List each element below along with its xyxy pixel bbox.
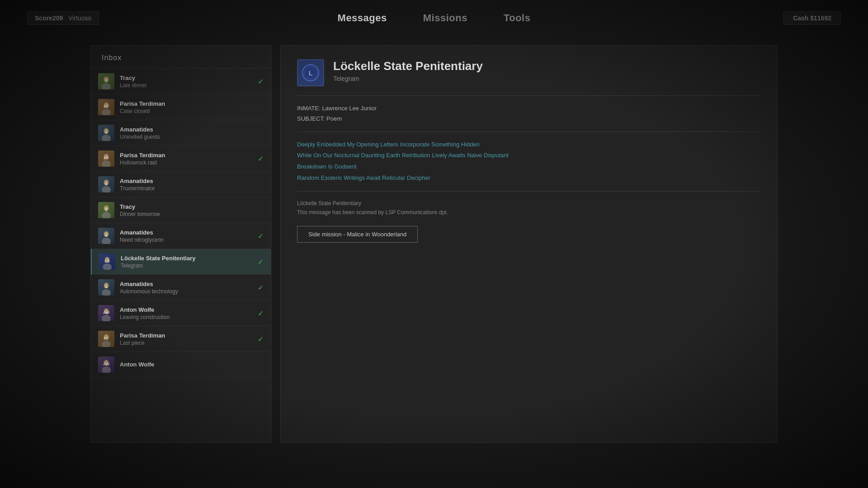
inbox-item-name-5: Tracy <box>120 203 264 210</box>
detail-divider-1 <box>297 95 761 96</box>
detail-meta: INMATE: Lawrence Lee Junior SUBJECT: Poe… <box>297 103 761 124</box>
inbox-item-info-2: Amanatides Uninvited guests <box>120 126 264 140</box>
inbox-item-name-9: Anton Wolfe <box>120 306 252 313</box>
inbox-item-subject-10: Last piece <box>120 340 252 346</box>
inbox-item-6[interactable]: A Amanatides Need nitroglycerin ✓ <box>91 223 271 249</box>
cash-display: Cash $11692 <box>783 11 841 25</box>
inbox-item-subject-5: Dinner tomorrow <box>120 211 264 217</box>
svg-text:LS: LS <box>104 259 110 263</box>
detail-footer: Löckelle State Penitentiary This message… <box>297 199 761 217</box>
read-check-10: ✓ <box>258 335 264 343</box>
inbox-item-name-6: Amanatides <box>120 229 252 236</box>
inbox-item-name-11: Anton Wolfe <box>120 361 264 368</box>
avatar-6: A <box>98 228 114 244</box>
detail-type: Telegram <box>333 75 761 82</box>
body-line-2: Breakdown Is Godsent <box>297 161 761 173</box>
inbox-panel: Inbox T Tracy Late dinner ✓ <box>90 45 271 443</box>
inbox-item-info-8: Amanatides Autonomous technology <box>120 281 252 295</box>
inbox-item-subject-1: Case closed <box>120 108 264 114</box>
tab-missions[interactable]: Missions <box>423 12 467 24</box>
body-line-0: Deeply Embedded My Opening Letters Incor… <box>297 139 761 150</box>
avatar-7: LS <box>99 253 115 270</box>
main-content: Inbox T Tracy Late dinner ✓ <box>90 45 778 443</box>
footer-org: Löckelle State Penitentiary <box>297 199 761 208</box>
read-check-3: ✓ <box>258 155 264 163</box>
svg-text:A: A <box>105 182 108 186</box>
inbox-item-info-6: Amanatides Need nitroglycerin <box>120 229 252 243</box>
svg-text:AW: AW <box>103 362 110 366</box>
inbox-item-subject-6: Need nitroglycerin <box>120 237 252 243</box>
inbox-item-subject-9: Leaving construction <box>120 314 252 320</box>
rank-label: Virtuoso <box>68 14 91 22</box>
inmate-value: Lawrence Lee Junior <box>322 105 377 112</box>
avatar-9: AW <box>98 305 114 321</box>
detail-sender-title: Löckelle State Penitentiary <box>333 59 761 73</box>
inbox-item-name-8: Amanatides <box>120 281 252 287</box>
inbox-item-3[interactable]: PT Parisa Terdiman Hollowrock raid ✓ <box>91 146 271 172</box>
inbox-item-info-5: Tracy Dinner tomorrow <box>120 203 264 217</box>
avatar-2: A <box>98 125 114 141</box>
read-check-9: ✓ <box>258 309 264 318</box>
inbox-item-info-3: Parisa Terdiman Hollowrock raid <box>120 152 252 166</box>
avatar-1: PT <box>98 99 114 115</box>
inbox-item-name-4: Amanatides <box>120 178 264 184</box>
inbox-item-10[interactable]: PT Parisa Terdiman Last piece ✓ <box>91 326 271 352</box>
inbox-item-8[interactable]: A Amanatides Autonomous technology ✓ <box>91 275 271 300</box>
inbox-item-2[interactable]: A Amanatides Uninvited guests <box>91 120 271 146</box>
inbox-item-info-1: Parisa Terdiman Case closed <box>120 100 264 114</box>
tab-messages[interactable]: Messages <box>338 12 387 24</box>
avatar-0: T <box>98 73 114 89</box>
svg-text:A: A <box>105 285 108 289</box>
inbox-item-1[interactable]: PT Parisa Terdiman Case closed <box>91 94 271 120</box>
svg-text:T: T <box>105 207 108 212</box>
inbox-item-info-4: Amanatides Truxterminator <box>120 178 264 192</box>
detail-panel: L Löckelle State Penitentiary Telegram I… <box>280 45 778 443</box>
svg-text:L: L <box>309 70 313 77</box>
inbox-item-name-10: Parisa Terdiman <box>120 332 252 339</box>
detail-title-area: Löckelle State Penitentiary Telegram <box>333 59 761 82</box>
subject-value: Poem <box>326 115 342 122</box>
inbox-item-subject-0: Late dinner <box>120 82 252 89</box>
inbox-item-subject-2: Uninvited guests <box>120 134 264 140</box>
read-check-6: ✓ <box>258 232 264 240</box>
top-bar: Score209 Virtuoso Messages Missions Tool… <box>0 0 868 36</box>
inbox-header: Inbox <box>91 46 271 69</box>
inbox-item-subject-8: Autonomous technology <box>120 288 252 295</box>
lockelle-logo-icon: L <box>302 64 320 82</box>
svg-text:A: A <box>105 130 108 135</box>
svg-text:PT: PT <box>104 104 109 109</box>
inbox-item-4[interactable]: A Amanatides Truxterminator <box>91 172 271 197</box>
detail-divider-3 <box>297 191 761 192</box>
avatar-5: T <box>98 202 114 218</box>
body-line-3: Random Esoteric Writings Await Reticular… <box>297 173 761 184</box>
svg-text:PT: PT <box>104 336 109 341</box>
inbox-item-name-7: Löckelle State Penitentiary <box>121 255 252 262</box>
nav-tabs: Messages Missions Tools <box>338 12 531 24</box>
sender-logo: L <box>297 59 324 86</box>
inbox-item-name-3: Parisa Terdiman <box>120 152 252 159</box>
mission-button[interactable]: Side mission - Malice in Woonderland <box>297 226 418 243</box>
inbox-item-11[interactable]: AW Anton Wolfe <box>91 352 271 378</box>
inbox-item-info-7: Löckelle State Penitentiary Telegram <box>121 255 252 269</box>
inbox-item-9[interactable]: AW Anton Wolfe Leaving construction ✓ <box>91 300 271 326</box>
inbox-item-7[interactable]: LS Löckelle State Penitentiary Telegram … <box>91 249 271 275</box>
avatar-3: PT <box>98 150 114 167</box>
body-line-1: While On Our Nocturnal Daunting Earth Re… <box>297 150 761 161</box>
score-badge: Score209 Virtuoso <box>27 11 99 25</box>
svg-text:PT: PT <box>104 156 109 160</box>
inbox-item-name-1: Parisa Terdiman <box>120 100 264 107</box>
avatar-8: A <box>98 279 114 296</box>
inbox-item-name-0: Tracy <box>120 75 252 81</box>
svg-text:T: T <box>105 79 108 83</box>
avatar-10: PT <box>98 331 114 347</box>
detail-header: L Löckelle State Penitentiary Telegram <box>297 59 761 86</box>
read-check-0: ✓ <box>258 77 264 86</box>
inbox-item-subject-7: Telegram <box>121 263 252 269</box>
tab-tools[interactable]: Tools <box>504 12 531 24</box>
inbox-item-subject-3: Hollowrock raid <box>120 160 252 166</box>
inbox-item-0[interactable]: T Tracy Late dinner ✓ <box>91 69 271 94</box>
inbox-item-5[interactable]: T Tracy Dinner tomorrow <box>91 197 271 223</box>
inbox-list: T Tracy Late dinner ✓ PT Parisa <box>91 69 271 442</box>
read-check-7: ✓ <box>258 258 264 266</box>
inbox-item-info-9: Anton Wolfe Leaving construction <box>120 306 252 320</box>
